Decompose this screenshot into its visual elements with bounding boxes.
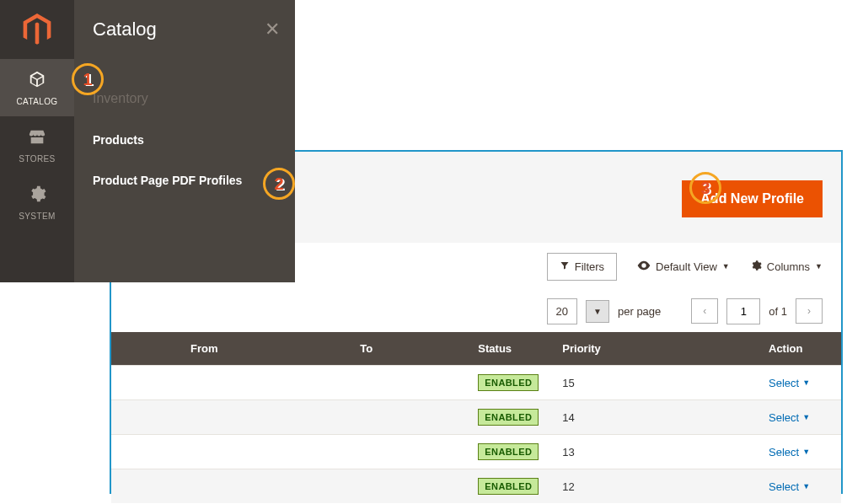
prev-page-button[interactable]: ‹: [691, 298, 718, 324]
col-header-to[interactable]: To: [348, 332, 466, 366]
flyout-link-products[interactable]: Products: [93, 133, 276, 147]
nav-stores[interactable]: STORES: [0, 116, 74, 174]
col-header-from[interactable]: From: [179, 332, 348, 366]
col-header-status[interactable]: Status: [466, 332, 550, 366]
columns-label: Columns: [767, 260, 810, 273]
caret-down-icon: ▼: [802, 413, 810, 421]
storefront-icon: [28, 127, 46, 151]
col-header-action[interactable]: Action: [757, 332, 841, 366]
status-badge: ENABLED: [478, 443, 539, 460]
caret-down-icon: ▼: [802, 482, 810, 491]
per-page-label: per page: [618, 305, 661, 318]
page-number-input[interactable]: [726, 298, 760, 324]
caret-down-icon: ▼: [802, 448, 810, 456]
flyout-title: Catalog: [93, 0, 276, 49]
row-action-select[interactable]: Select▼: [769, 446, 810, 458]
priority-cell: 13: [550, 435, 757, 469]
pager-bar: 20 ▼ per page ‹ of 1 ›: [111, 290, 841, 332]
nav-label: STORES: [19, 154, 55, 164]
status-badge: ENABLED: [478, 374, 539, 391]
row-action-select[interactable]: Select▼: [769, 480, 810, 493]
default-view-label: Default View: [656, 260, 717, 273]
cube-icon: [28, 70, 46, 94]
nav-system[interactable]: SYSTEM: [0, 174, 74, 231]
eye-icon: [637, 260, 651, 273]
nav-label: SYSTEM: [19, 212, 56, 221]
gear-icon: [28, 185, 46, 208]
close-icon[interactable]: ✕: [265, 19, 280, 40]
callout-2: 22: [263, 168, 295, 200]
profiles-grid: From To Status Priority Action ENABLED 1…: [111, 332, 841, 503]
filters-button[interactable]: Filters: [547, 253, 617, 281]
page-size-dropdown-toggle[interactable]: ▼: [586, 300, 609, 323]
catalog-flyout: Catalog ✕ Inventory Products Product Pag…: [74, 0, 295, 282]
table-row[interactable]: ENABLED 12 Select▼: [111, 469, 841, 504]
default-view-dropdown[interactable]: Default View ▼: [637, 260, 730, 273]
funnel-icon: [560, 260, 570, 273]
col-header-priority[interactable]: Priority: [550, 332, 757, 366]
priority-cell: 15: [550, 366, 757, 400]
flyout-section-inventory: Inventory: [93, 91, 276, 106]
page-total-label: of 1: [769, 305, 787, 318]
next-page-button[interactable]: ›: [796, 298, 823, 324]
table-row[interactable]: ENABLED 13 Select▼: [111, 435, 841, 469]
status-badge: ENABLED: [478, 409, 539, 426]
status-badge: ENABLED: [478, 478, 539, 495]
priority-cell: 12: [550, 469, 757, 504]
caret-down-icon: ▼: [722, 262, 730, 271]
caret-down-icon: ▼: [815, 262, 823, 271]
flyout-link-product-page-pdf-profiles[interactable]: Product Page PDF Profiles: [93, 174, 276, 187]
columns-dropdown[interactable]: Columns ▼: [750, 260, 823, 274]
filters-label: Filters: [575, 260, 604, 273]
nav-catalog[interactable]: CATALOG: [0, 59, 74, 116]
row-action-select[interactable]: Select▼: [769, 411, 810, 424]
gear-icon: [750, 260, 762, 274]
table-row[interactable]: ENABLED 15 Select▼: [111, 366, 841, 400]
row-action-select[interactable]: Select▼: [769, 377, 810, 389]
col-header-blank[interactable]: [111, 332, 179, 366]
magento-logo-icon[interactable]: [0, 0, 74, 59]
callout-3: 33: [689, 172, 721, 204]
admin-nav-rail: CATALOG STORES SYSTEM: [0, 0, 74, 282]
priority-cell: 14: [550, 400, 757, 435]
callout-1: 11: [72, 63, 104, 95]
table-row[interactable]: ENABLED 14 Select▼: [111, 400, 841, 435]
page-size-control[interactable]: 20 ▼: [547, 298, 609, 324]
nav-label: CATALOG: [16, 97, 57, 106]
caret-down-icon: ▼: [802, 378, 810, 387]
page-size-value: 20: [547, 298, 577, 324]
